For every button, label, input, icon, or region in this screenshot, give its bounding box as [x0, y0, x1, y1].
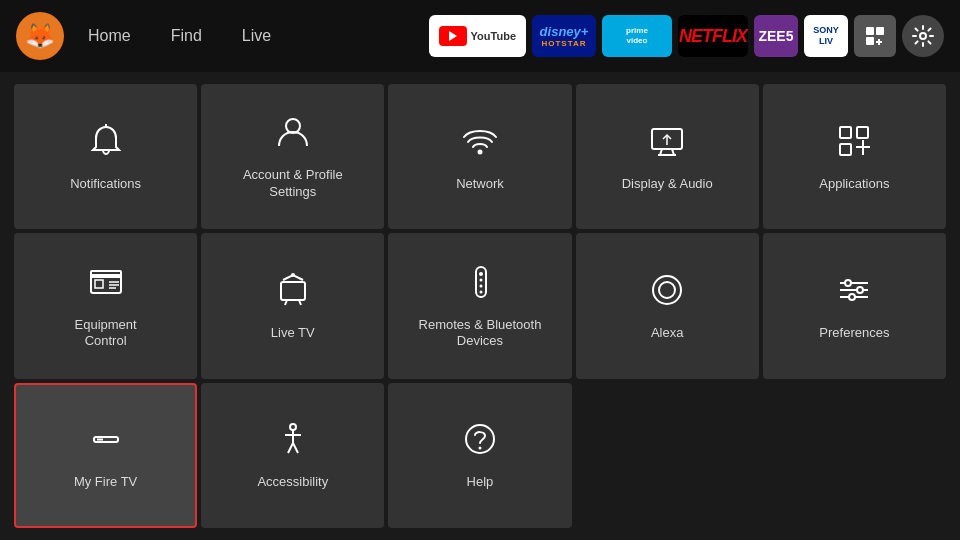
live-tv-label: Live TV: [271, 325, 315, 342]
tile-help[interactable]: Help: [388, 383, 571, 528]
alexa-label: Alexa: [651, 325, 684, 342]
svg-rect-15: [857, 127, 868, 138]
live-tv-icon: [273, 270, 313, 315]
svg-point-8: [477, 149, 482, 154]
account-label: Account & ProfileSettings: [243, 167, 343, 201]
remotes-bluetooth-label: Remotes & BluetoothDevices: [419, 317, 542, 351]
main-content: Notifications Account & ProfileSettings …: [0, 72, 960, 540]
svg-point-35: [659, 282, 675, 298]
alexa-icon: [647, 270, 687, 315]
help-label: Help: [467, 474, 494, 491]
tile-network[interactable]: Network: [388, 84, 571, 229]
nav-live[interactable]: Live: [234, 23, 279, 49]
tile-my-fire-tv[interactable]: My Fire TV: [14, 383, 197, 528]
svg-point-30: [479, 272, 483, 276]
tile-preferences[interactable]: Preferences: [763, 233, 946, 378]
svg-line-48: [293, 443, 298, 453]
nav-home[interactable]: Home: [80, 23, 139, 49]
app-shortcuts: YouTube disney+ HOTSTAR primevideo NETFL…: [429, 15, 944, 57]
svg-line-47: [288, 443, 293, 453]
svg-rect-43: [97, 439, 103, 441]
preferences-icon: [834, 270, 874, 315]
accessibility-label: Accessibility: [257, 474, 328, 491]
youtube-shortcut[interactable]: YouTube: [429, 15, 526, 57]
prime-shortcut[interactable]: primevideo: [602, 15, 672, 57]
my-fire-tv-icon: [86, 419, 126, 464]
zee5-shortcut[interactable]: ZEE5: [754, 15, 798, 57]
display-audio-label: Display & Audio: [622, 176, 713, 193]
svg-point-44: [290, 424, 296, 430]
nav-links: Home Find Live: [80, 23, 279, 49]
svg-rect-2: [866, 37, 874, 45]
my-fire-tv-label: My Fire TV: [74, 474, 137, 491]
svg-rect-0: [866, 27, 874, 35]
empty-cell-2: [763, 383, 946, 528]
svg-point-33: [479, 290, 482, 293]
remotes-bluetooth-icon: [460, 262, 500, 307]
tile-accessibility[interactable]: Accessibility: [201, 383, 384, 528]
equipment-control-label: EquipmentControl: [75, 317, 137, 351]
logo[interactable]: 🦊: [16, 12, 64, 60]
svg-rect-26: [281, 282, 305, 300]
svg-point-5: [920, 33, 926, 39]
top-nav: 🦊 Home Find Live YouTube disney+ HOTSTAR…: [0, 0, 960, 72]
preferences-label: Preferences: [819, 325, 889, 342]
svg-point-41: [849, 294, 855, 300]
tile-display-audio[interactable]: Display & Audio: [576, 84, 759, 229]
svg-rect-14: [840, 127, 851, 138]
tile-live-tv[interactable]: Live TV: [201, 233, 384, 378]
tile-notifications[interactable]: Notifications: [14, 84, 197, 229]
equipment-control-icon: [86, 262, 126, 307]
svg-point-39: [845, 280, 851, 286]
nav-find[interactable]: Find: [163, 23, 210, 49]
network-icon: [460, 121, 500, 166]
tile-applications[interactable]: Applications: [763, 84, 946, 229]
tile-account[interactable]: Account & ProfileSettings: [201, 84, 384, 229]
netflix-shortcut[interactable]: NETFLIX: [678, 15, 748, 57]
settings-button[interactable]: [902, 15, 944, 57]
network-label: Network: [456, 176, 504, 193]
svg-rect-4: [876, 41, 882, 43]
svg-point-40: [857, 287, 863, 293]
tile-remotes-bluetooth[interactable]: Remotes & BluetoothDevices: [388, 233, 571, 378]
svg-point-31: [479, 278, 482, 281]
display-audio-icon: [647, 121, 687, 166]
svg-rect-21: [95, 280, 103, 288]
svg-point-32: [479, 284, 482, 287]
svg-point-25: [291, 273, 295, 277]
sonyliv-shortcut[interactable]: SONYLIV: [804, 15, 848, 57]
applications-label: Applications: [819, 176, 889, 193]
grid-button[interactable]: [854, 15, 896, 57]
notifications-label: Notifications: [70, 176, 141, 193]
empty-cell-1: [576, 383, 759, 528]
account-icon: [273, 112, 313, 157]
svg-point-50: [478, 447, 481, 450]
accessibility-icon: [273, 419, 313, 464]
notifications-icon: [86, 121, 126, 166]
tile-alexa[interactable]: Alexa: [576, 233, 759, 378]
help-icon: [460, 419, 500, 464]
svg-rect-16: [840, 144, 851, 155]
svg-rect-1: [876, 27, 884, 35]
svg-point-34: [653, 276, 681, 304]
tile-equipment-control[interactable]: EquipmentControl: [14, 233, 197, 378]
disney-shortcut[interactable]: disney+ HOTSTAR: [532, 15, 596, 57]
svg-point-7: [286, 119, 300, 133]
applications-icon: [834, 121, 874, 166]
